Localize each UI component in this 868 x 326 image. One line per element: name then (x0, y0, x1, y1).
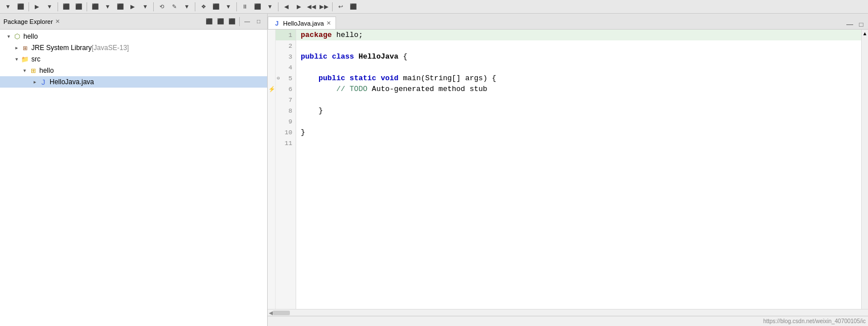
toolbar-btn-run[interactable]: ▶ (31, 1, 43, 13)
code-5-main: main(String[] args) { (399, 73, 497, 84)
tree-label-hellojava: HelloJava.java (50, 78, 94, 86)
toolbar-btn-return[interactable]: ↩ (335, 1, 346, 13)
line-numbers: 1 2 3 4 5 ⊖ 6 7 8 9 10 11 (276, 30, 296, 309)
tree-item-jre[interactable]: ▸ ⊞ JRE System Library [JavaSE-13] (0, 42, 267, 53)
comment-todo-kw: // TODO (301, 84, 367, 94)
tab-label: HelloJava.java (283, 20, 324, 27)
scroll-up-btn[interactable]: ▲ (862, 31, 868, 36)
toolbar-sep-7 (278, 2, 279, 11)
tree-arrow-hello[interactable]: ▾ (5, 32, 13, 40)
main-toolbar: ▼ ⬛ ▶ ▼ ⬛ ⬛ ⬛ ▼ ⬛ ▶ ▼ ⟲ ✎ ▼ ❖ ⬛ ▼ ⏸ ⬛ ▼ … (0, 0, 868, 14)
toolbar-btn-last[interactable]: ⬛ (347, 1, 359, 13)
toolbar-btn-2[interactable]: ⬛ (15, 1, 26, 13)
gutter-line-5 (268, 73, 276, 84)
toolbar-btn-12[interactable]: ▼ (181, 1, 193, 13)
editor-panel: J HelloJava.java ✕ — □ ⚡ (268, 14, 868, 326)
kw-void: void (380, 73, 398, 84)
code-content[interactable]: package hello; public class HelloJava { (296, 30, 861, 309)
gutter-line-7 (268, 94, 276, 105)
toolbar-btn-14[interactable]: ⬛ (210, 1, 222, 13)
code-line-10: } (296, 127, 861, 138)
line-num-4: 4 (276, 62, 296, 73)
toolbar-btn-11[interactable]: ✎ (169, 1, 180, 13)
toolbar-btn-5[interactable]: ⬛ (89, 1, 101, 13)
toolbar-btn-4[interactable]: ⬛ (73, 1, 84, 13)
toolbar-btn-7[interactable]: ⬛ (114, 1, 126, 13)
code-3-space1 (327, 51, 332, 62)
panel-sep (239, 17, 240, 26)
toolbar-sep-1 (28, 2, 29, 11)
panel-link-btn[interactable]: ⬛ (215, 16, 226, 27)
tree-item-src[interactable]: ▾ 📁 src (0, 53, 267, 65)
toolbar-btn-pause[interactable]: ⏸ (239, 1, 251, 13)
panel-collapse-btn[interactable]: ⬛ (204, 16, 214, 27)
tree-label-src: src (31, 55, 40, 63)
kw-public-3: public (301, 51, 327, 62)
kw-static: static (350, 73, 376, 84)
code-line-6: // TODO Auto-generated method stub (296, 84, 861, 94)
toolbar-btn-fwd[interactable]: ▶▶ (318, 1, 330, 13)
panel-title-area: Package Explorer ✕ (3, 18, 60, 25)
toolbar-btn-prev[interactable]: ◀ (281, 1, 292, 13)
toolbar-btn-3[interactable]: ⬛ (60, 1, 72, 13)
toolbar-btn-6[interactable]: ▼ (102, 1, 113, 13)
code-line-8: } (296, 105, 861, 116)
gutter-line-6: ⚡ (268, 84, 276, 94)
code-5-space2 (376, 73, 381, 84)
maximize-editor-btn[interactable]: □ (857, 20, 866, 29)
gutter-line-9 (268, 116, 276, 127)
code-5-space1 (345, 73, 350, 84)
panel-maximize-btn[interactable]: □ (253, 16, 264, 27)
tree-arrow-hello-pkg[interactable]: ▾ (21, 67, 28, 75)
tree-item-hellojava[interactable]: ▸ J HelloJava.java (0, 76, 267, 88)
scroll-thumb-h[interactable] (273, 311, 290, 315)
toolbar-btn-13[interactable]: ❖ (198, 1, 209, 13)
toolbar-btn-9[interactable]: ▼ (140, 1, 151, 13)
toolbar-btn-run-drop[interactable]: ▼ (44, 1, 55, 13)
toolbar-sep-5 (195, 2, 195, 11)
package-explorer-header: Package Explorer ✕ ⬛ ⬛ ⬛ — □ (0, 14, 267, 30)
package-explorer-panel: Package Explorer ✕ ⬛ ⬛ ⬛ — □ ▾ ⬡ hello (0, 14, 268, 326)
toolbar-btn-8[interactable]: ▶ (127, 1, 138, 13)
tree-item-hello[interactable]: ▾ ⬡ hello (0, 31, 267, 42)
scroll-left-btn[interactable]: ◀ (269, 310, 273, 316)
code-line-4 (296, 62, 861, 73)
comment-todo-text: Auto-generated method stub (367, 84, 488, 94)
toolbar-btn-stop-drop[interactable]: ▼ (264, 1, 276, 13)
code-line-9 (296, 116, 861, 127)
tree-item-hello-pkg[interactable]: ▾ ⊞ hello (0, 65, 267, 76)
tab-hellojava[interactable]: J HelloJava.java ✕ (268, 16, 336, 29)
tree-arrow-jre[interactable]: ▸ (13, 44, 21, 52)
toolbar-btn-next[interactable]: ▶ (293, 1, 305, 13)
package-explorer-title: Package Explorer (3, 18, 53, 25)
line-num-9: 9 (276, 116, 296, 127)
minimize-editor-btn[interactable]: — (845, 20, 854, 29)
code-1-rest: hello; (332, 30, 363, 40)
package-icon: ⊞ (28, 66, 38, 75)
code-10-brace: } (301, 127, 305, 138)
vertical-scrollbar[interactable]: ▲ (861, 30, 868, 309)
toolbar-btn-stop[interactable]: ⬛ (252, 1, 263, 13)
panel-menu-btn[interactable]: ⬛ (227, 16, 237, 27)
toolbar-btn-10[interactable]: ⟲ (156, 1, 167, 13)
line-num-1: 1 (276, 30, 296, 40)
kw-package: package (301, 30, 332, 40)
toolbar-btn-1[interactable]: ▼ (2, 1, 14, 13)
tree-label-hello: hello (23, 32, 38, 40)
fold-marker-5[interactable]: ⊖ (277, 75, 280, 81)
tree-arrow-hellojava[interactable]: ▸ (31, 78, 39, 86)
line-num-6: 6 (276, 84, 296, 94)
package-explorer-close-icon[interactable]: ✕ (55, 18, 60, 24)
toolbar-sep-8 (332, 2, 333, 11)
toolbar-btn-15[interactable]: ▼ (223, 1, 234, 13)
tree-label-hello-pkg: hello (39, 67, 54, 75)
gutter-line-10 (268, 127, 276, 138)
toolbar-btn-back[interactable]: ◀◀ (306, 1, 317, 13)
tree-arrow-src[interactable]: ▾ (13, 55, 21, 63)
gutter-line-2 (268, 40, 276, 51)
tab-close-btn[interactable]: ✕ (326, 20, 331, 26)
panel-minimize-btn[interactable]: — (242, 16, 252, 27)
src-folder-icon: 📁 (21, 55, 30, 64)
line-num-5[interactable]: 5 ⊖ (276, 73, 296, 84)
horizontal-scrollbar[interactable]: ◀ (268, 309, 868, 316)
